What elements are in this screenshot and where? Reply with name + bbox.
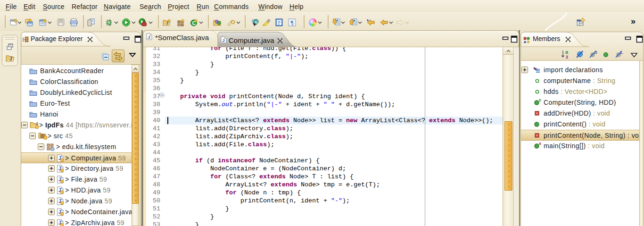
svg-text:J: J [9, 56, 12, 61]
svg-text:c: c [539, 98, 541, 102]
svg-text:J: J [166, 21, 168, 25]
svg-text:¶: ¶ [290, 19, 293, 26]
svg-text:J: J [36, 121, 38, 126]
svg-text:J: J [148, 34, 150, 40]
svg-text:s: s [539, 141, 541, 146]
svg-text:J: J [222, 38, 224, 43]
svg-text:z: z [566, 54, 569, 59]
